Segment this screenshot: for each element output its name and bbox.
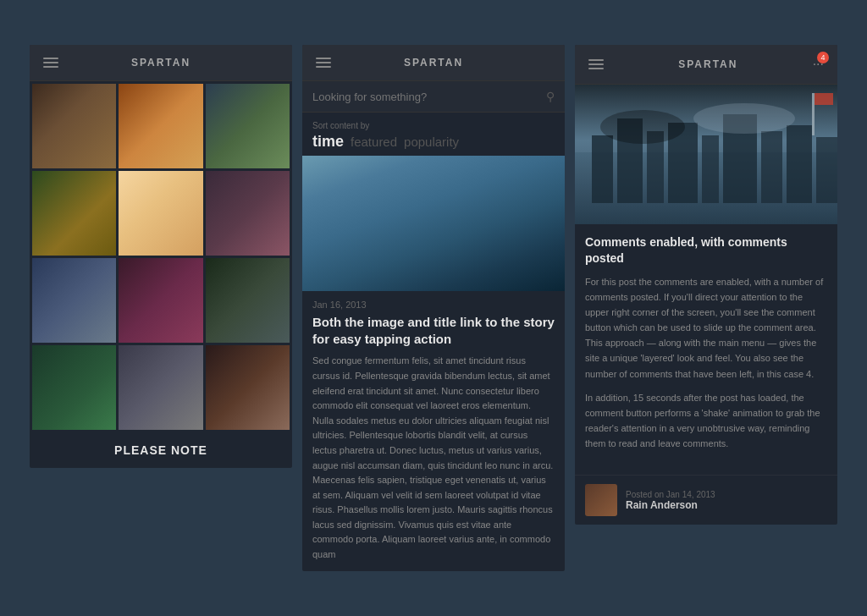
comments-badge: 4 <box>817 52 829 63</box>
search-icon[interactable]: ⚲ <box>546 90 555 103</box>
sort-options: time featured popularity <box>312 133 555 151</box>
svg-point-15 <box>693 103 795 134</box>
ham-line <box>316 62 331 63</box>
article-title: Comments enabled, with comments posted <box>585 234 827 265</box>
svg-rect-3 <box>592 135 613 203</box>
sort-option-time[interactable]: time <box>312 133 344 151</box>
screens-container: SPARTAN PLEASE NOTE <box>30 45 837 570</box>
gallery-item[interactable] <box>206 258 290 343</box>
hamburger-icon-blog[interactable] <box>316 58 331 68</box>
post-content: Jan 16, 2013 Both the image and title li… <box>302 291 565 570</box>
svg-rect-13 <box>815 93 833 105</box>
screen-gallery: SPARTAN PLEASE NOTE <box>30 45 292 468</box>
author-name: Rain Anderson <box>626 499 715 511</box>
screen-article: SPARTAN ··· 4 <box>575 45 837 525</box>
thumb-8 <box>119 258 202 343</box>
article-paragraph-2: In addition, 15 seconds after the post h… <box>585 390 827 452</box>
thumb-6 <box>206 171 290 256</box>
author-section: Posted on Jan 14, 2013 Rain Anderson <box>575 475 837 525</box>
article-body: For this post the comments are enabled, … <box>585 274 827 452</box>
ham-line <box>43 62 58 63</box>
gallery-item[interactable] <box>32 84 116 168</box>
footer-note: PLEASE NOTE <box>114 443 207 457</box>
sort-option-popularity[interactable]: popularity <box>404 135 459 149</box>
sort-label: Sort content by <box>312 121 555 130</box>
header-article: SPARTAN ··· 4 <box>575 45 837 85</box>
ham-line <box>316 58 331 59</box>
article-hero-image <box>575 85 837 224</box>
thumb-10 <box>32 345 116 430</box>
search-bar: ⚲ <box>302 81 565 113</box>
author-avatar <box>585 484 617 516</box>
app-title-blog: SPARTAN <box>331 57 536 69</box>
screen-blog-list: SPARTAN ⚲ Sort content by time featured … <box>302 45 565 570</box>
gallery-item[interactable] <box>206 84 290 168</box>
hamburger-icon[interactable] <box>43 58 58 68</box>
thumb-2 <box>119 84 202 168</box>
app-title-article: SPARTAN <box>604 58 813 70</box>
thumb-9 <box>206 258 290 343</box>
ham-line <box>588 59 604 61</box>
header-blog: SPARTAN <box>302 45 565 81</box>
ham-line <box>588 63 604 65</box>
thumb-11 <box>119 345 202 430</box>
sort-option-featured[interactable]: featured <box>351 135 397 149</box>
svg-rect-7 <box>702 135 719 203</box>
search-input[interactable] <box>312 91 539 103</box>
ham-line <box>43 66 58 68</box>
posted-on-label: Posted on Jan 14, 2013 <box>626 490 715 499</box>
ham-line <box>316 66 331 68</box>
gallery-grid <box>30 81 292 432</box>
gallery-item[interactable] <box>32 171 116 256</box>
gallery-item[interactable] <box>119 258 202 343</box>
thumb-4 <box>32 171 116 256</box>
gallery-item[interactable] <box>32 258 116 343</box>
thumb-1 <box>32 84 116 168</box>
thumb-12 <box>206 345 290 430</box>
post-image-inner <box>302 156 565 291</box>
sort-section: Sort content by time featured popularity <box>302 113 565 156</box>
gallery-footer: PLEASE NOTE <box>30 432 292 468</box>
ham-line <box>43 58 58 59</box>
svg-rect-11 <box>816 137 837 203</box>
hamburger-icon-article[interactable] <box>588 59 604 69</box>
svg-rect-9 <box>761 131 782 203</box>
gallery-item[interactable] <box>119 345 202 430</box>
post-featured-image[interactable] <box>302 156 565 291</box>
article-paragraph-1: For this post the comments are enabled, … <box>585 274 827 382</box>
article-content: Comments enabled, with comments posted F… <box>575 224 837 471</box>
thumb-5 <box>119 171 202 256</box>
author-info: Posted on Jan 14, 2013 Rain Anderson <box>626 490 715 511</box>
svg-rect-12 <box>812 93 815 135</box>
dots-menu-icon[interactable]: ··· 4 <box>813 57 824 72</box>
svg-rect-10 <box>787 125 812 203</box>
ham-line <box>588 68 604 69</box>
post-body: Sed congue fermentum felis, sit amet tin… <box>312 354 555 562</box>
app-title-gallery: SPARTAN <box>58 57 263 69</box>
thumb-7 <box>32 258 116 343</box>
header-gallery: SPARTAN <box>30 45 292 81</box>
article-image-svg <box>575 85 837 224</box>
gallery-item[interactable] <box>206 171 290 256</box>
post-date: Jan 16, 2013 <box>312 300 555 310</box>
gallery-item[interactable] <box>32 345 116 430</box>
thumb-3 <box>206 84 290 168</box>
gallery-item[interactable] <box>206 345 290 430</box>
gallery-item[interactable] <box>119 84 202 168</box>
svg-point-14 <box>600 110 685 144</box>
gallery-item[interactable] <box>119 171 202 256</box>
post-title[interactable]: Both the image and title link to the sto… <box>312 314 555 347</box>
